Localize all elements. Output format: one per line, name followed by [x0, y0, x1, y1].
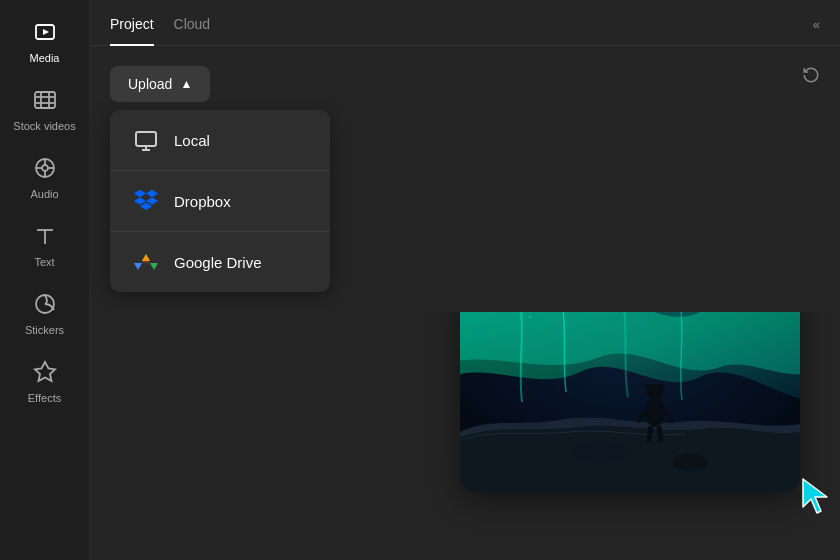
- preview-image: [460, 312, 800, 492]
- media-icon: [33, 20, 57, 48]
- svg-point-33: [575, 440, 625, 464]
- sidebar-item-effects-label: Effects: [28, 392, 61, 404]
- sidebar-item-stickers-label: Stickers: [25, 324, 64, 336]
- sidebar-item-media-label: Media: [30, 52, 60, 64]
- sidebar-item-audio[interactable]: Audio: [5, 146, 85, 210]
- sidebar-item-text-label: Text: [34, 256, 54, 268]
- google-drive-icon: [134, 250, 158, 274]
- effects-icon: [33, 360, 57, 388]
- preview-container: [460, 312, 820, 507]
- svg-marker-42: [803, 479, 827, 513]
- google-drive-label: Google Drive: [174, 254, 262, 271]
- sidebar-item-stickers[interactable]: Stickers: [5, 282, 85, 346]
- upload-button[interactable]: Upload ▲: [110, 66, 210, 102]
- dropbox-label: Dropbox: [174, 193, 231, 210]
- svg-line-38: [649, 426, 651, 442]
- upload-google-drive-item[interactable]: Google Drive: [110, 232, 330, 292]
- upload-area: Upload ▲ Local: [90, 46, 840, 312]
- tabs-collapse-button[interactable]: «: [813, 17, 820, 44]
- local-icon: [134, 128, 158, 152]
- svg-point-35: [645, 397, 665, 427]
- content-area: [90, 312, 840, 560]
- svg-marker-16: [35, 362, 55, 381]
- chevron-up-icon: ▲: [180, 77, 192, 91]
- svg-rect-17: [136, 132, 156, 146]
- refresh-button[interactable]: [802, 66, 820, 89]
- upload-local-item[interactable]: Local: [110, 110, 330, 171]
- stickers-icon: [33, 292, 57, 320]
- main-panel: Project Cloud « Upload ▲: [90, 0, 840, 560]
- local-label: Local: [174, 132, 210, 149]
- svg-line-39: [659, 426, 661, 442]
- sidebar-item-media[interactable]: Media: [5, 10, 85, 74]
- svg-point-34: [672, 453, 708, 471]
- audio-icon: [33, 156, 57, 184]
- sidebar: Media Stock videos Audio: [0, 0, 90, 560]
- text-icon: [33, 224, 57, 252]
- svg-rect-2: [35, 92, 55, 108]
- tabs-bar: Project Cloud «: [90, 0, 840, 46]
- sidebar-item-effects[interactable]: Effects: [5, 350, 85, 414]
- tab-project[interactable]: Project: [110, 16, 154, 46]
- svg-rect-37: [645, 384, 665, 390]
- dropbox-icon: [134, 189, 158, 213]
- sidebar-item-text[interactable]: Text: [5, 214, 85, 278]
- sidebar-item-audio-label: Audio: [30, 188, 58, 200]
- sidebar-item-stock-videos-label: Stock videos: [13, 120, 75, 132]
- sidebar-item-stock-videos[interactable]: Stock videos: [5, 78, 85, 142]
- svg-point-8: [42, 165, 48, 171]
- stock-videos-icon: [33, 88, 57, 116]
- upload-dropbox-item[interactable]: Dropbox: [110, 171, 330, 232]
- tab-cloud[interactable]: Cloud: [174, 16, 211, 46]
- upload-dropdown: Local Dropbox: [110, 110, 330, 292]
- cursor-icon: [795, 477, 835, 517]
- svg-marker-1: [43, 29, 49, 35]
